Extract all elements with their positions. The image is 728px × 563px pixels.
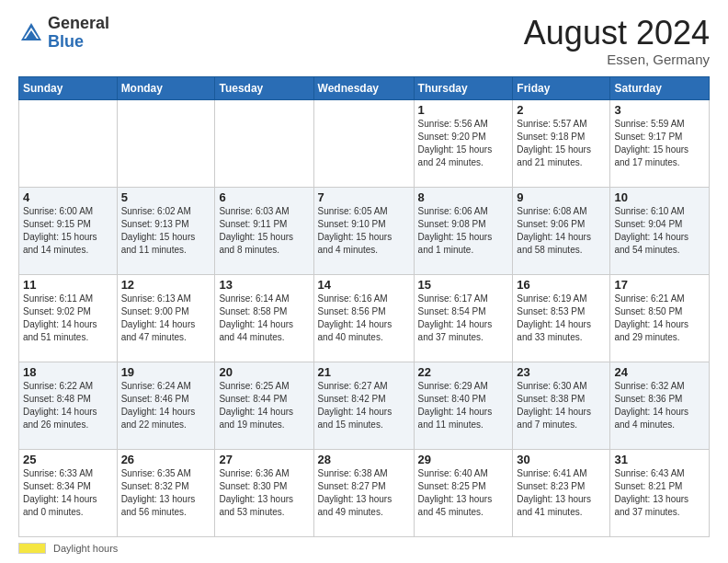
day-number: 21: [318, 365, 410, 379]
header: General Blue August 2024 Essen, Germany: [18, 15, 710, 67]
day-info: Sunrise: 6:02 AMSunset: 9:13 PMDaylight:…: [121, 205, 211, 257]
day-info: Sunrise: 6:33 AMSunset: 8:34 PMDaylight:…: [23, 467, 113, 519]
day-info: Sunrise: 6:25 AMSunset: 8:44 PMDaylight:…: [219, 380, 309, 431]
day-number: 18: [23, 365, 113, 379]
day-info: Sunrise: 6:35 AMSunset: 8:32 PMDaylight:…: [121, 467, 211, 519]
location: Essen, Germany: [524, 52, 710, 67]
weekday-header-friday: Friday: [513, 76, 610, 99]
day-info: Sunrise: 6:24 AMSunset: 8:46 PMDaylight:…: [121, 380, 211, 431]
logo: General Blue: [18, 15, 109, 52]
day-number: 4: [23, 190, 113, 204]
day-number: 3: [614, 103, 705, 117]
calendar-cell: [117, 99, 215, 187]
day-number: 25: [23, 453, 113, 466]
day-info: Sunrise: 6:05 AMSunset: 9:10 PMDaylight:…: [318, 205, 410, 257]
day-info: Sunrise: 6:29 AMSunset: 8:40 PMDaylight:…: [418, 380, 509, 431]
day-info: Sunrise: 6:22 AMSunset: 8:48 PMDaylight:…: [23, 380, 113, 431]
weekday-header-saturday: Saturday: [610, 76, 710, 99]
day-number: 31: [614, 453, 705, 466]
calendar-cell: 9Sunrise: 6:08 AMSunset: 9:06 PMDaylight…: [513, 187, 610, 274]
day-number: 19: [121, 365, 211, 379]
day-info: Sunrise: 6:41 AMSunset: 8:23 PMDaylight:…: [517, 467, 606, 519]
week-row-1: 1Sunrise: 5:56 AMSunset: 9:20 PMDaylight…: [19, 99, 710, 187]
day-number: 26: [121, 453, 211, 466]
day-info: Sunrise: 6:21 AMSunset: 8:50 PMDaylight:…: [614, 293, 705, 344]
calendar-cell: 19Sunrise: 6:24 AMSunset: 8:46 PMDayligh…: [117, 362, 215, 449]
day-number: 9: [517, 190, 606, 204]
day-number: 12: [121, 278, 211, 292]
day-number: 14: [318, 278, 410, 292]
weekday-header-monday: Monday: [117, 76, 215, 99]
calendar-cell: 17Sunrise: 6:21 AMSunset: 8:50 PMDayligh…: [610, 274, 710, 362]
week-row-2: 4Sunrise: 6:00 AMSunset: 9:15 PMDaylight…: [19, 187, 710, 274]
day-info: Sunrise: 6:17 AMSunset: 8:54 PMDaylight:…: [418, 293, 509, 344]
day-number: 11: [23, 278, 113, 292]
calendar-cell: [19, 99, 118, 187]
day-number: 22: [418, 365, 509, 379]
calendar-cell: 2Sunrise: 5:57 AMSunset: 9:18 PMDaylight…: [513, 99, 610, 187]
calendar-cell: 13Sunrise: 6:14 AMSunset: 8:58 PMDayligh…: [215, 274, 313, 362]
calendar-table: SundayMondayTuesdayWednesdayThursdayFrid…: [18, 76, 710, 537]
footer: Daylight hours: [18, 543, 710, 554]
day-info: Sunrise: 5:59 AMSunset: 9:17 PMDaylight:…: [614, 118, 705, 169]
weekday-header-wednesday: Wednesday: [313, 76, 414, 99]
calendar-cell: 11Sunrise: 6:11 AMSunset: 9:02 PMDayligh…: [19, 274, 118, 362]
day-number: 2: [517, 103, 606, 117]
weekday-header-sunday: Sunday: [19, 76, 118, 99]
day-number: 28: [318, 453, 410, 466]
calendar-cell: 14Sunrise: 6:16 AMSunset: 8:56 PMDayligh…: [313, 274, 414, 362]
day-info: Sunrise: 6:13 AMSunset: 9:00 PMDaylight:…: [121, 293, 211, 344]
calendar-cell: 24Sunrise: 6:32 AMSunset: 8:36 PMDayligh…: [610, 362, 710, 449]
day-number: 29: [418, 453, 509, 466]
calendar-cell: 21Sunrise: 6:27 AMSunset: 8:42 PMDayligh…: [313, 362, 414, 449]
logo-general-text: General: [48, 14, 109, 32]
weekday-header-row: SundayMondayTuesdayWednesdayThursdayFrid…: [19, 76, 710, 99]
month-year: August 2024: [524, 15, 710, 52]
calendar-cell: 7Sunrise: 6:05 AMSunset: 9:10 PMDaylight…: [313, 187, 414, 274]
weekday-header-thursday: Thursday: [414, 76, 513, 99]
calendar-cell: 23Sunrise: 6:30 AMSunset: 8:38 PMDayligh…: [513, 362, 610, 449]
calendar-cell: [313, 99, 414, 187]
day-info: Sunrise: 5:57 AMSunset: 9:18 PMDaylight:…: [517, 118, 606, 169]
day-number: 20: [219, 365, 309, 379]
day-info: Sunrise: 6:30 AMSunset: 8:38 PMDaylight:…: [517, 380, 606, 431]
calendar-cell: [215, 99, 313, 187]
day-info: Sunrise: 6:43 AMSunset: 8:21 PMDaylight:…: [614, 467, 705, 519]
page: General Blue August 2024 Essen, Germany …: [0, 0, 728, 563]
day-info: Sunrise: 6:00 AMSunset: 9:15 PMDaylight:…: [23, 205, 113, 257]
calendar-cell: 25Sunrise: 6:33 AMSunset: 8:34 PMDayligh…: [19, 449, 118, 536]
day-number: 5: [121, 190, 211, 204]
day-number: 13: [219, 278, 309, 292]
day-info: Sunrise: 6:36 AMSunset: 8:30 PMDaylight:…: [219, 467, 309, 519]
calendar-cell: 3Sunrise: 5:59 AMSunset: 9:17 PMDaylight…: [610, 99, 710, 187]
calendar-cell: 1Sunrise: 5:56 AMSunset: 9:20 PMDaylight…: [414, 99, 513, 187]
calendar-cell: 15Sunrise: 6:17 AMSunset: 8:54 PMDayligh…: [414, 274, 513, 362]
logo-icon: [18, 20, 44, 46]
day-number: 17: [614, 278, 705, 292]
day-info: Sunrise: 6:11 AMSunset: 9:02 PMDaylight:…: [23, 293, 113, 344]
day-info: Sunrise: 6:10 AMSunset: 9:04 PMDaylight:…: [614, 205, 705, 257]
day-number: 10: [614, 190, 705, 204]
day-number: 1: [418, 103, 509, 117]
calendar-cell: 29Sunrise: 6:40 AMSunset: 8:25 PMDayligh…: [414, 449, 513, 536]
day-number: 23: [517, 365, 606, 379]
day-number: 27: [219, 453, 309, 466]
calendar-cell: 22Sunrise: 6:29 AMSunset: 8:40 PMDayligh…: [414, 362, 513, 449]
calendar-cell: 31Sunrise: 6:43 AMSunset: 8:21 PMDayligh…: [610, 449, 710, 536]
calendar-cell: 20Sunrise: 6:25 AMSunset: 8:44 PMDayligh…: [215, 362, 313, 449]
daylight-label: Daylight hours: [53, 543, 118, 554]
day-info: Sunrise: 5:56 AMSunset: 9:20 PMDaylight:…: [418, 118, 509, 169]
day-info: Sunrise: 6:27 AMSunset: 8:42 PMDaylight:…: [318, 380, 410, 431]
logo-blue-text: Blue: [48, 32, 84, 51]
day-number: 24: [614, 365, 705, 379]
day-number: 6: [219, 190, 309, 204]
calendar-cell: 10Sunrise: 6:10 AMSunset: 9:04 PMDayligh…: [610, 187, 710, 274]
calendar-cell: 28Sunrise: 6:38 AMSunset: 8:27 PMDayligh…: [313, 449, 414, 536]
week-row-5: 25Sunrise: 6:33 AMSunset: 8:34 PMDayligh…: [19, 449, 710, 536]
daylight-bar-icon: [18, 543, 46, 554]
day-number: 16: [517, 278, 606, 292]
calendar-cell: 30Sunrise: 6:41 AMSunset: 8:23 PMDayligh…: [513, 449, 610, 536]
day-info: Sunrise: 6:16 AMSunset: 8:56 PMDaylight:…: [318, 293, 410, 344]
day-info: Sunrise: 6:03 AMSunset: 9:11 PMDaylight:…: [219, 205, 309, 257]
weekday-header-tuesday: Tuesday: [215, 76, 313, 99]
